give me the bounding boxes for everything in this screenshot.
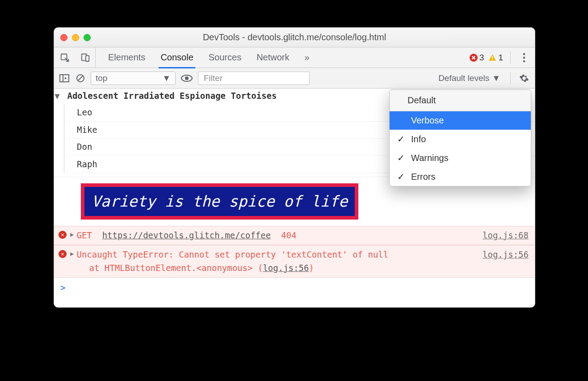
http-status: 404 bbox=[281, 230, 296, 240]
error-message: Uncaught TypeError: Cannot set property … bbox=[76, 248, 483, 275]
level-option-label: Verbose bbox=[411, 115, 444, 126]
toolbar-divider bbox=[510, 51, 511, 64]
inspect-element-icon[interactable] bbox=[58, 47, 72, 68]
checkmark-icon: ✓ bbox=[397, 134, 405, 144]
svg-point-8 bbox=[523, 60, 525, 62]
stack-source-link[interactable]: log.js:56 bbox=[263, 263, 309, 273]
svg-point-7 bbox=[523, 56, 525, 59]
window-controls bbox=[60, 34, 91, 41]
request-url-link[interactable]: https://devtools.glitch.me/coffee bbox=[102, 230, 271, 240]
svg-rect-9 bbox=[60, 75, 69, 82]
svg-rect-2 bbox=[86, 55, 89, 61]
window-title: DevTools - devtools.glitch.me/console/lo… bbox=[54, 32, 535, 42]
sidebar-toggle-icon[interactable] bbox=[59, 68, 70, 89]
kebab-menu-icon[interactable] bbox=[518, 47, 530, 68]
toolbar-right-group: 3 1 bbox=[470, 47, 531, 68]
level-option-info[interactable]: ✓ Info bbox=[390, 130, 531, 148]
level-option-label: Warnings bbox=[411, 153, 449, 163]
source-link[interactable]: log.js:56 bbox=[483, 248, 529, 261]
execution-context-select[interactable]: top ▼ bbox=[91, 72, 176, 85]
error-icon bbox=[470, 54, 478, 62]
http-method: GET bbox=[76, 230, 92, 240]
level-option-errors[interactable]: ✓ Errors bbox=[390, 167, 531, 186]
log-levels-select[interactable]: Default levels ▼ bbox=[436, 73, 503, 83]
error-count: 3 bbox=[479, 53, 484, 63]
checkmark-icon: ✓ bbox=[397, 171, 405, 182]
expand-error-icon[interactable]: ▶ bbox=[70, 230, 74, 240]
clear-console-icon[interactable] bbox=[75, 68, 86, 89]
error-message: GET https://devtools.glitch.me/coffee 40… bbox=[76, 229, 483, 242]
minimize-window-button[interactable] bbox=[72, 34, 79, 41]
svg-rect-5 bbox=[492, 59, 493, 60]
source-link[interactable]: log.js:68 bbox=[483, 229, 529, 242]
checkmark-icon: ✓ bbox=[397, 152, 405, 163]
settings-gear-icon[interactable] bbox=[518, 68, 530, 89]
svg-point-6 bbox=[523, 53, 525, 55]
warning-icon bbox=[488, 54, 496, 62]
tab-network[interactable]: Network bbox=[256, 47, 290, 68]
toolbar-left-group bbox=[57, 47, 96, 68]
console-prompt[interactable]: > bbox=[54, 278, 535, 298]
prompt-chevron-icon: > bbox=[60, 283, 65, 292]
warning-count: 1 bbox=[498, 53, 503, 63]
close-window-button[interactable] bbox=[60, 34, 67, 41]
tab-console[interactable]: Console bbox=[160, 47, 194, 68]
level-option-label: Info bbox=[411, 134, 426, 144]
stack-frame: at HTMLButtonElement.<anonymous> (log.js… bbox=[76, 262, 483, 275]
stack-frame-suffix: ) bbox=[309, 263, 314, 273]
exception-row: ✕ ▶ Uncaught TypeError: Cannot set prope… bbox=[54, 245, 535, 278]
tab-list: Elements Console Sources Network » bbox=[96, 47, 322, 68]
levels-menu-header[interactable]: Default bbox=[390, 90, 531, 111]
level-option-warnings[interactable]: ✓ Warnings bbox=[390, 148, 531, 167]
tab-sources[interactable]: Sources bbox=[208, 47, 242, 68]
filter-input[interactable] bbox=[198, 72, 310, 85]
chevron-down-icon: ▼ bbox=[492, 73, 500, 83]
level-option-verbose[interactable]: Verbose bbox=[390, 111, 531, 130]
log-levels-label: Default levels bbox=[438, 73, 489, 83]
execution-context-value: top bbox=[96, 73, 107, 83]
svg-line-12 bbox=[78, 76, 83, 80]
warning-count-badge[interactable]: 1 bbox=[488, 53, 503, 63]
titlebar: DevTools - devtools.glitch.me/console/lo… bbox=[54, 28, 535, 47]
svg-rect-4 bbox=[492, 56, 493, 59]
log-levels-menu: Default Verbose ✓ Info ✓ Warnings ✓ Erro… bbox=[389, 89, 531, 186]
error-icon: ✕ bbox=[59, 250, 67, 258]
console-filterbar: top ▼ Default levels ▼ bbox=[54, 68, 535, 89]
expand-error-icon[interactable]: ▶ bbox=[70, 249, 74, 259]
network-error-row: ✕ ▶ GET https://devtools.glitch.me/coffe… bbox=[54, 226, 535, 245]
devtools-window: DevTools - devtools.glitch.me/console/lo… bbox=[54, 27, 535, 308]
tab-overflow[interactable]: » bbox=[304, 47, 311, 68]
error-count-badge[interactable]: 3 bbox=[470, 53, 484, 63]
maximize-window-button[interactable] bbox=[84, 34, 91, 41]
exception-text: Uncaught TypeError: Cannot set property … bbox=[76, 250, 388, 259]
live-expression-icon[interactable] bbox=[180, 68, 193, 89]
filterbar-divider bbox=[510, 72, 511, 85]
group-toggle-icon[interactable]: ▼ bbox=[54, 89, 60, 102]
tab-elements[interactable]: Elements bbox=[107, 47, 146, 68]
chevron-down-icon: ▼ bbox=[162, 73, 171, 83]
toolbar-tabs: Elements Console Sources Network » 3 1 bbox=[54, 47, 535, 68]
styled-log-message: Variety is the spice of life bbox=[81, 183, 358, 220]
device-toolbar-icon[interactable] bbox=[78, 47, 92, 68]
svg-point-14 bbox=[185, 76, 189, 80]
error-icon: ✕ bbox=[59, 231, 67, 239]
stack-frame-prefix: at HTMLButtonElement.<anonymous> ( bbox=[89, 263, 263, 273]
group-title: Adolescent Irradiated Espionage Tortoise… bbox=[67, 91, 277, 101]
level-option-label: Errors bbox=[411, 172, 435, 182]
